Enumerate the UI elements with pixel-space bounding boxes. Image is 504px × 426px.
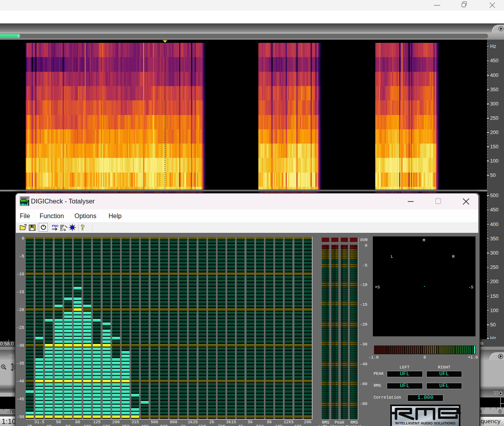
svg-text:?: ? — [81, 223, 85, 232]
svg-text:FNC: FNC — [52, 224, 59, 227]
svg-text:I/O: I/O — [60, 228, 66, 232]
svg-text:INTELLIGENT AUDIO SOLUTIONS: INTELLIGENT AUDIO SOLUTIONS — [395, 421, 455, 425]
